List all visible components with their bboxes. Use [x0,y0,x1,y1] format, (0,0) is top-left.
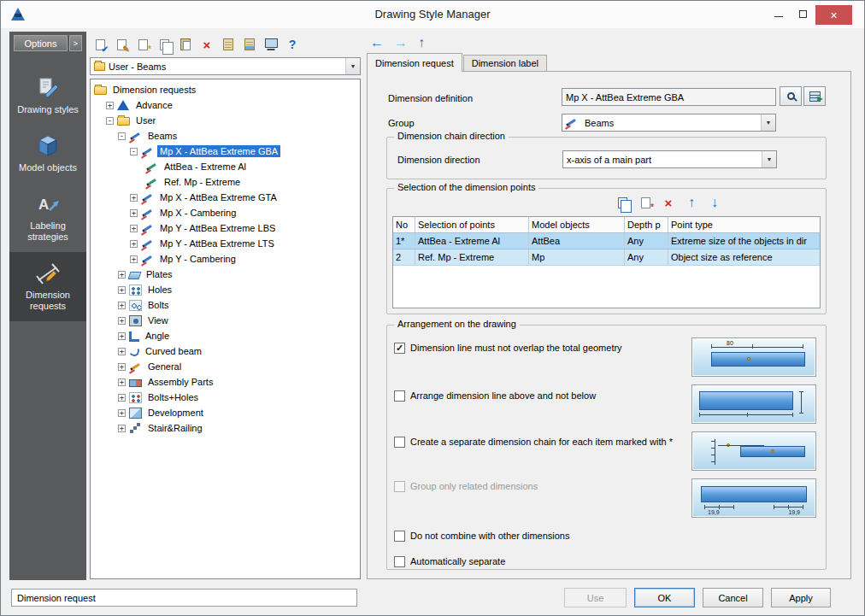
tree-item-general[interactable]: +General [91,359,360,374]
tree-item-mpy-attbea-extreme-lbs[interactable]: +Mp Y - AttBea Extreme LBS [91,220,360,236]
tree-item-bolts-holes[interactable]: +Bolts+Holes [91,390,360,405]
up-icon[interactable]: ↑ [418,35,425,50]
tree-item-beams[interactable]: -Beams [91,128,360,144]
direction-combobox[interactable]: x-axis of a main part ▼ [562,150,777,168]
checkbox-unchecked-icon[interactable] [394,531,405,542]
expander-icon[interactable]: + [130,209,138,217]
paste-style-button[interactable] [177,36,194,53]
points-table-row[interactable]: 1* AttBea - Extreme Al AttBea Any Extrem… [393,233,820,249]
delete-point-button[interactable]: × [660,194,677,211]
expander-icon[interactable]: + [118,348,126,355]
preview-definition-button[interactable] [780,86,802,106]
sidebar-item-dimension-requests[interactable]: Dimension requests [9,252,86,321]
option-arrange-above[interactable]: Arrange dimension line above and not bel… [394,390,689,402]
maximize-button[interactable] [791,5,815,23]
options-expand-button[interactable]: > [69,35,82,51]
tree-item-holes[interactable]: +Holes [91,282,360,297]
group-combobox[interactable]: Beams ▼ [562,114,776,132]
tab-dimension-label[interactable]: Dimension label [463,55,547,71]
tree-item-mpy-cambering[interactable]: +Mp Y - Cambering [91,251,360,267]
tree-item-assembly-parts[interactable]: +Assembly Parts [91,374,360,390]
dimension-style-icon [141,208,154,219]
edit-style-button[interactable]: ✎ [113,36,130,53]
new-style-button[interactable]: * [134,36,151,53]
tab-dimension-request[interactable]: Dimension request [367,53,462,72]
tree-item-mpx-attbea-extreme-gta[interactable]: +Mp X - AttBea Extreme GTA [91,190,360,205]
expander-icon[interactable]: + [130,240,138,248]
tree-item-bolts[interactable]: +Bolts [91,297,360,313]
option-separate-chain[interactable]: Create a separate dimension chain for ea… [394,437,689,448]
back-icon[interactable]: ← [370,35,384,50]
checkbox-unchecked-icon[interactable] [394,556,405,567]
move-point-up-button[interactable]: ↑ [683,194,700,211]
checkbox-checked-icon[interactable]: ✓ [394,343,405,354]
tree-item-attbea-extreme-al[interactable]: AttBea - Extreme Al [91,159,360,174]
checkbox-unchecked-icon[interactable] [394,390,405,402]
forward-icon[interactable]: → [394,35,408,50]
options-button[interactable]: Options [14,35,68,51]
option-auto-separate[interactable]: Automatically separate [394,556,689,567]
expander-icon[interactable]: - [106,117,114,125]
tree-item-plates[interactable]: +Plates [91,267,360,282]
sidebar-item-labeling-strategies[interactable]: A Labeling strategies [9,183,86,252]
tree-item-development[interactable]: +Development [91,405,360,420]
sidebar-item-drawing-styles[interactable]: Drawing styles [9,67,86,125]
tree-item-mpx-attbea-extreme-gba[interactable]: -Mp X - AttBea Extreme GBA [91,144,360,159]
apply-button[interactable]: Apply [771,588,831,607]
help-button[interactable]: ? [284,36,301,53]
tree-item-ref-mp-extreme[interactable]: Ref. Mp - Extreme [91,174,360,190]
screen-preview-button[interactable] [262,36,280,53]
magnifier-icon [787,92,795,100]
style-filter-combobox[interactable]: User - Beams ▼ [90,57,361,75]
export-styles-button[interactable] [241,36,258,53]
ok-button[interactable]: OK [634,588,695,607]
expander-icon[interactable]: + [130,255,138,263]
expander-icon[interactable]: + [118,409,126,417]
copy-point-button[interactable] [614,194,631,211]
move-point-down-button[interactable]: ↓ [706,194,723,211]
tree-item-dimension-requests[interactable]: Dimension requests [91,82,360,97]
expander-icon[interactable]: + [106,102,114,109]
expander-icon[interactable]: + [118,286,126,294]
expander-icon[interactable]: + [118,363,126,371]
sidebar-item-model-objects[interactable]: Model objects [9,125,86,183]
dropdown-button[interactable]: ▼ [345,58,360,74]
expander-icon[interactable]: - [118,132,126,140]
new-point-button[interactable]: * [637,194,654,211]
dropdown-button[interactable]: ▼ [761,114,775,131]
tree-item-stair-railing[interactable]: +Stair&Railing [91,420,360,436]
expander-icon[interactable]: + [118,378,126,386]
checkbox-unchecked-icon[interactable] [394,437,405,448]
use-button[interactable]: Use [564,588,627,607]
cancel-button[interactable]: Cancel [703,588,763,607]
tree-item-angle[interactable]: +Angle [91,328,360,343]
tree-item-view[interactable]: +View [91,313,360,328]
expander-icon[interactable]: + [118,317,126,325]
delete-style-button[interactable]: × [198,36,215,53]
option-no-overlap[interactable]: ✓ Dimension line must not overlap the to… [394,343,689,354]
expander-icon[interactable]: + [118,394,126,402]
tree-item-advance[interactable]: +Advance [91,97,360,113]
tree-item-mpy-attbea-extreme-lts[interactable]: +Mp Y - AttBea Extreme LTS [91,236,360,251]
select-definition-button[interactable]: ▶ [803,86,826,106]
expander-icon[interactable]: + [118,332,126,340]
expander-icon[interactable]: + [118,302,126,309]
expander-icon[interactable]: + [130,225,138,232]
points-table-row[interactable]: 2 Ref. Mp - Extreme Mp Any Object size a… [393,249,820,266]
tree-item-mpx-cambering[interactable]: +Mp X - Cambering [91,205,360,220]
check-style-button[interactable]: ✔ [91,36,109,53]
option-no-combine[interactable]: Do not combine with other dimensions [394,531,689,542]
import-styles-button[interactable] [220,36,237,53]
expander-icon[interactable]: + [118,425,126,432]
tree-item-curved-beam[interactable]: +Curved beam [91,343,360,359]
expander-icon[interactable]: + [130,194,138,202]
tree-item-user[interactable]: -User [91,113,360,128]
expander-icon[interactable]: - [130,148,138,155]
dimension-definition-field[interactable]: Mp X - AttBea Extreme GBA [562,88,776,106]
copy-style-button[interactable] [156,36,173,53]
expander-icon[interactable]: + [118,271,126,279]
dropdown-button[interactable]: ▼ [762,151,776,167]
points-table-header[interactable]: No Selection of points Model objects Dep… [393,217,820,233]
close-button[interactable]: × [815,5,852,25]
minimize-button[interactable] [766,5,791,23]
